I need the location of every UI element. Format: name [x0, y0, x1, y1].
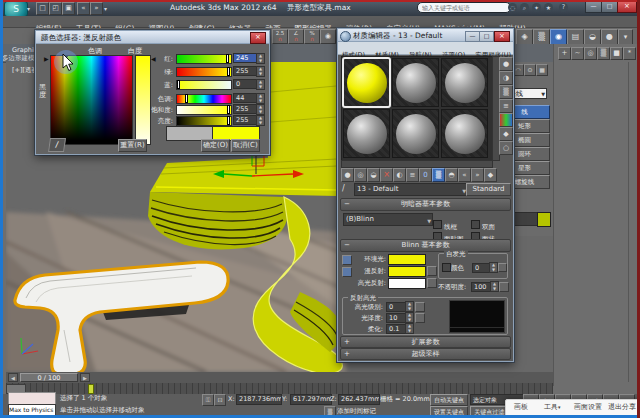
value-slider[interactable] [176, 116, 232, 126]
search-communities-icon[interactable]: ◌ [508, 3, 517, 12]
material-navigator-icon[interactable]: ◆ [484, 168, 497, 182]
blinn-basic-params-rollout[interactable]: − Blinn 基本参数 [340, 239, 511, 252]
whiteboard-button[interactable]: 画板 [514, 400, 528, 415]
selfillum-color-checkbox[interactable] [442, 263, 451, 272]
put-to-library-icon[interactable]: ≡ [406, 168, 419, 182]
show-map-in-viewport-icon[interactable]: ▒ [432, 168, 445, 182]
specular-color-swatch[interactable] [388, 278, 426, 289]
close-icon[interactable]: × [250, 32, 266, 44]
undo-icon[interactable]: « [77, 2, 90, 15]
glossiness-spinner[interactable] [405, 312, 414, 323]
material-name-dropdown[interactable]: 13 - Default ▼ [354, 183, 468, 196]
go-to-parent-icon[interactable]: « [458, 168, 471, 182]
opacity-spinner[interactable] [490, 281, 499, 292]
material-options-icon[interactable]: ○ [499, 141, 513, 155]
diffuse-map-button[interactable] [427, 266, 437, 276]
material-sample-slot[interactable] [441, 109, 488, 158]
material-editor-titlebar[interactable]: 材质编辑器 - 13 - Default — □ × [338, 29, 513, 42]
material-sample-slot[interactable] [441, 58, 488, 107]
hue-slider[interactable] [176, 94, 232, 104]
shader-type-dropdown[interactable]: (B)Blinn ▼ [343, 213, 433, 226]
lock-ambient-diffuse-icon[interactable] [342, 255, 352, 265]
material-sample-slot[interactable] [343, 109, 390, 158]
exchange-icon[interactable]: ✦ [532, 3, 541, 12]
ambient-color-swatch[interactable] [388, 254, 426, 265]
sample-horizontal-scrollbar[interactable] [341, 160, 493, 168]
supersampling-rollout[interactable]: + 超级采样 [340, 348, 511, 360]
angle-snap-icon[interactable]: ∠ ∩ [288, 29, 304, 44]
selection-lock-icon[interactable]: ⚿ [202, 394, 214, 406]
value-spinner[interactable] [256, 115, 265, 126]
render-flyout-icon[interactable]: ▾ [618, 29, 633, 45]
go-forward-icon[interactable]: » [471, 168, 484, 182]
tab-display-icon[interactable]: ■ [610, 47, 623, 60]
red-spinner[interactable] [256, 53, 265, 64]
auto-key-button[interactable]: 自动关键点 [430, 394, 468, 406]
soften-spinner[interactable] [405, 323, 414, 334]
material-sample-slot-active[interactable] [343, 58, 390, 107]
tab-utilities-icon[interactable]: * [623, 47, 636, 60]
snap-toggle-icon[interactable]: 2.5 ∩ [272, 29, 288, 44]
help-icon[interactable]: ? [559, 3, 568, 12]
curve-editor-icon[interactable]: ◈ [516, 29, 533, 45]
opacity-map-button[interactable] [499, 282, 509, 292]
selfillum-map-button[interactable] [498, 263, 507, 272]
assign-material-icon[interactable]: ◒ [367, 168, 380, 182]
sample-type-icon[interactable]: ● [499, 57, 513, 71]
extended-params-rollout[interactable]: + 扩展参数 [340, 336, 511, 348]
save-file-icon[interactable]: ▣ [62, 2, 75, 15]
backlight-icon[interactable]: ◑ [499, 71, 513, 85]
shader-basic-params-rollout[interactable]: − 明暗器基本参数 [340, 198, 511, 211]
saturation-spinner[interactable] [256, 104, 265, 115]
sample-screen-color-icon[interactable]: / [48, 138, 66, 152]
favorites-icon[interactable]: ★ [544, 3, 553, 12]
search-input[interactable] [417, 2, 511, 13]
z-coord-field[interactable]: 262.437mm [338, 394, 380, 405]
new-scene-icon[interactable]: □ [36, 2, 49, 15]
cancel-button[interactable]: 取消(C) [231, 139, 260, 152]
green-spinner[interactable] [256, 66, 265, 77]
render-production-icon[interactable]: ● [601, 29, 618, 45]
create-sub-icon-4[interactable]: ▦ [536, 64, 548, 76]
pick-material-icon[interactable]: / [342, 184, 351, 195]
app-logo[interactable]: S [4, 1, 28, 17]
diffuse-color-swatch[interactable] [388, 266, 426, 277]
maximize-icon[interactable]: □ [479, 31, 494, 42]
tab-modify-icon[interactable]: ~ [571, 47, 584, 60]
time-slider-handle[interactable]: 0 / 100 [20, 373, 78, 382]
show-end-result-icon[interactable]: ◓ [445, 168, 458, 182]
reset-button[interactable]: 重置(R) [118, 139, 147, 152]
logo-flyout-arrow[interactable]: ▾ [27, 5, 30, 12]
get-material-icon[interactable]: ● [341, 168, 354, 182]
redo-icon[interactable]: » [90, 2, 103, 15]
red-slider[interactable] [176, 54, 232, 64]
blue-spinner[interactable] [256, 79, 265, 90]
rendered-frame-icon[interactable]: ◒ [584, 29, 601, 45]
exit-share-button[interactable]: 退出分享 [608, 400, 636, 415]
green-slider[interactable] [176, 67, 232, 77]
ok-button[interactable]: 确定(O) [201, 139, 230, 152]
slider-left-arrow[interactable]: ◀ [8, 373, 18, 382]
minimize-icon[interactable]: — [465, 31, 480, 42]
background-icon[interactable]: ▒ [499, 85, 513, 99]
material-sample-slot[interactable] [392, 58, 439, 107]
spinner-snap-icon[interactable]: ◉ [320, 29, 336, 44]
x-coord-field[interactable]: 2187.736mm [236, 394, 282, 405]
specular-level-spinner[interactable] [405, 301, 414, 312]
percent-snap-icon[interactable]: % ∩ [304, 29, 320, 44]
lock-diffuse-specular-icon[interactable] [342, 267, 352, 277]
sample-tiling-icon[interactable]: ≡ [499, 99, 513, 113]
selfillum-spinner[interactable] [489, 262, 498, 273]
color-selector-titlebar[interactable]: 颜色选择器: 漫反射颜色 × [36, 31, 269, 44]
slider-right-arrow[interactable]: ▶ [80, 373, 90, 382]
material-id-icon[interactable]: 0 [419, 168, 432, 182]
close-icon[interactable]: × [494, 31, 510, 42]
schematic-view-icon[interactable]: ▒ [533, 29, 550, 45]
make-unique-icon[interactable]: ◐ [393, 168, 406, 182]
absolute-mode-icon[interactable]: ⊡ [214, 394, 226, 406]
reset-map-icon[interactable]: × [380, 168, 393, 182]
saturation-slider[interactable] [176, 105, 232, 115]
object-color-swatch[interactable] [537, 212, 551, 227]
put-material-icon[interactable]: ◎ [354, 168, 367, 182]
qat-flyout-icon[interactable]: ▾ [104, 5, 107, 12]
